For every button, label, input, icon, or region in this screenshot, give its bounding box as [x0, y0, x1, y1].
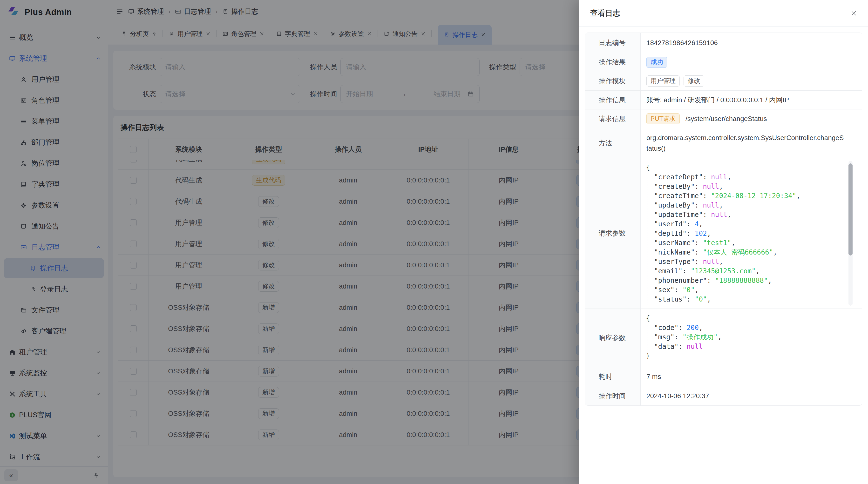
request-url: /system/user/changeStatus	[685, 115, 767, 123]
module-type-tag: 修改	[684, 75, 704, 87]
response-params-value: { "code": 200, "msg": "操作成功", "data": nu…	[641, 309, 862, 367]
request-params-value: { "createDept": null, "createBy": null, …	[641, 158, 862, 309]
log-descriptions: 日志编号 1842781986426159106 操作结果 成功 操作模块 用户…	[585, 33, 862, 406]
indent-guide	[647, 323, 647, 353]
log-id-label: 日志编号	[585, 33, 641, 53]
result-tag: 成功	[646, 57, 667, 68]
op-time-label: 操作时间	[585, 386, 641, 406]
duration-value: 7 ms	[641, 367, 862, 386]
request-params-label: 请求参数	[585, 158, 641, 309]
indent-guide	[647, 172, 647, 305]
duration-label: 耗时	[585, 367, 641, 386]
response-params-label: 响应参数	[585, 309, 641, 367]
code-scrollbar-thumb[interactable]	[848, 163, 852, 256]
response-params-json: { "code": 200, "msg": "操作成功", "data": nu…	[641, 309, 862, 365]
drawer-title: 查看日志	[590, 8, 620, 18]
http-method-tag: PUT请求	[646, 113, 680, 124]
module-tag: 用户管理	[646, 75, 680, 87]
log-id-value: 1842781986426159106	[641, 33, 862, 53]
drawer-header: 查看日志	[579, 0, 868, 27]
op-time-value: 2024-10-06 12:20:37	[641, 386, 862, 406]
request-label: 请求信息	[585, 109, 641, 128]
module-label: 操作模块	[585, 71, 641, 90]
info-label: 操作信息	[585, 91, 641, 109]
screen: Plus Admin 概览系统管理用户管理角色管理菜单管理部门管理岗位管理字典管…	[0, 0, 868, 484]
info-value: 账号: admin / 研发部门 / 0:0:0:0:0:0:0:1 / 内网I…	[641, 91, 862, 109]
code-scrollbar	[848, 161, 852, 305]
method-label: 方法	[585, 128, 641, 158]
close-icon[interactable]	[850, 10, 858, 17]
method-value: org.dromara.system.controller.system.Sys…	[641, 128, 862, 158]
request-params-json: { "createDept": null, "createBy": null, …	[641, 158, 862, 309]
result-label: 操作结果	[585, 53, 641, 71]
log-detail-drawer: 查看日志 日志编号 1842781986426159106 操作结果 成功 操作…	[579, 0, 868, 484]
